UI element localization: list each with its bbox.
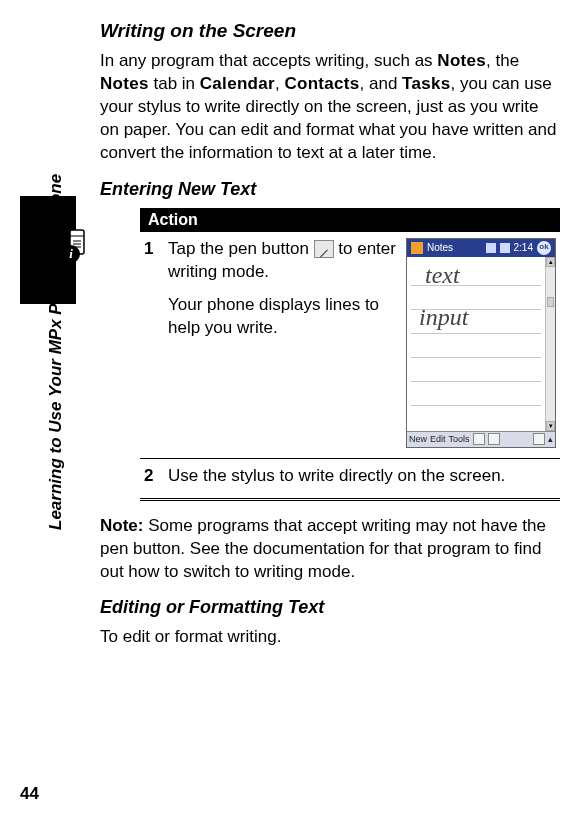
step-body: Notes 2:14 ok text xyxy=(168,238,556,448)
step-body: Use the stylus to write directly on the … xyxy=(168,465,556,488)
start-icon xyxy=(411,242,423,254)
subsection-entering: Entering New Text xyxy=(100,179,560,200)
screenshot-time: 2:14 xyxy=(514,241,533,255)
step-number: 2 xyxy=(144,465,168,488)
handwriting-line1: text xyxy=(425,263,460,287)
editing-paragraph: To edit or format writing. xyxy=(100,626,560,649)
note-paragraph: Note: Some programs that accept writing … xyxy=(100,515,560,584)
screenshot-canvas: text input xyxy=(407,257,545,431)
main-content: Writing on the Screen In any program tha… xyxy=(100,20,560,659)
pen-toolbar-icon xyxy=(488,433,500,445)
scroll-up-icon: ▴ xyxy=(546,257,555,267)
scroll-thumb xyxy=(547,297,554,307)
screenshot-app-title: Notes xyxy=(427,241,453,255)
table-row: 2 Use the stylus to write directly on th… xyxy=(140,459,560,501)
input-arrow-icon: ▴ xyxy=(548,433,553,445)
volume-icon xyxy=(500,243,510,253)
screenshot-scrollbar: ▴ ▾ xyxy=(545,257,555,431)
intro-paragraph: In any program that accepts writing, suc… xyxy=(100,50,560,165)
table-row: 1 Notes 2:14 ok xyxy=(140,232,560,459)
screenshot-toolbar: New Edit Tools ▴ xyxy=(407,431,555,447)
ok-button-icon: ok xyxy=(537,241,551,255)
scroll-down-icon: ▾ xyxy=(546,421,555,431)
handwriting-line2: input xyxy=(419,305,468,329)
subsection-editing: Editing or Formatting Text xyxy=(100,597,560,618)
step-number: 1 xyxy=(144,238,168,448)
notes-app-screenshot: Notes 2:14 ok text xyxy=(406,238,556,448)
page-number: 44 xyxy=(20,784,39,804)
section-title-writing: Writing on the Screen xyxy=(100,20,560,42)
menu-tools: Tools xyxy=(449,433,470,445)
action-header: Action xyxy=(140,208,560,232)
pen-button-icon xyxy=(314,240,334,258)
menu-new: New xyxy=(409,433,427,445)
menu-edit: Edit xyxy=(430,433,446,445)
keyboard-icon xyxy=(533,433,545,445)
screenshot-titlebar: Notes 2:14 ok xyxy=(407,239,555,257)
record-icon xyxy=(473,433,485,445)
action-table: Action 1 Notes 2:14 ok xyxy=(140,208,560,501)
signal-icon xyxy=(486,243,496,253)
chapter-label: Learning to Use Your MPx Pocket PC Phone xyxy=(46,174,66,530)
svg-text:i: i xyxy=(69,246,73,261)
